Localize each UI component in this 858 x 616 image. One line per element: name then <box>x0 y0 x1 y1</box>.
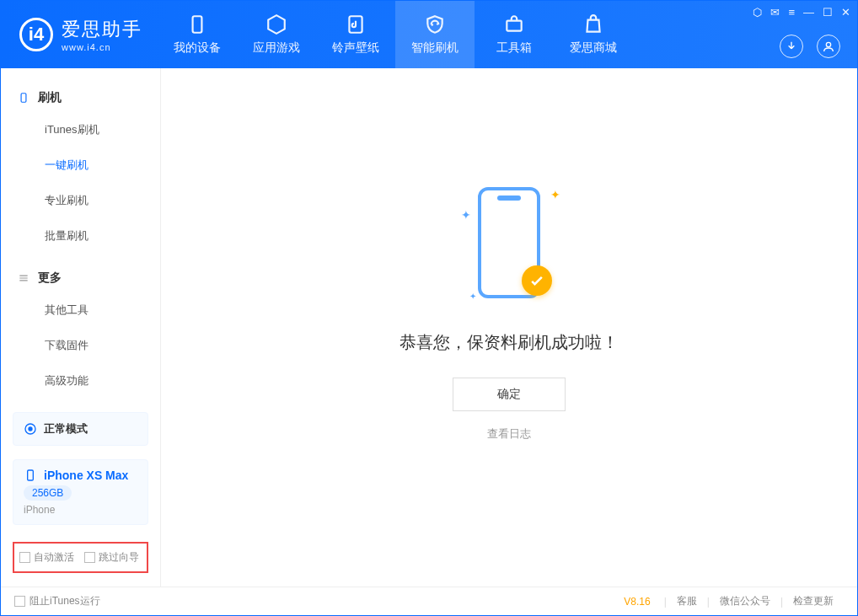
header-actions <box>780 35 840 58</box>
sidebar: 刷机 iTunes刷机 一键刷机 专业刷机 批量刷机 更多 其他工具 下载固件 … <box>1 68 161 587</box>
sidebar-item-other-tools[interactable]: 其他工具 <box>1 292 160 328</box>
svg-point-6 <box>29 427 32 431</box>
version-label: V8.16 <box>624 596 650 608</box>
tab-store[interactable]: 爱思商城 <box>554 1 633 68</box>
refresh-shield-icon <box>424 13 446 35</box>
view-log-link[interactable]: 查看日志 <box>487 426 531 442</box>
checkbox-icon <box>19 552 30 563</box>
device-mode-box[interactable]: 正常模式 <box>13 412 148 446</box>
phone-small-icon <box>24 469 37 482</box>
checkmark-badge-icon <box>522 265 552 296</box>
tab-smart-flash[interactable]: 智能刷机 <box>395 1 475 68</box>
checkbox-icon <box>84 552 95 563</box>
cube-icon <box>265 13 287 35</box>
footer-link-update[interactable]: 检查更新 <box>783 594 844 608</box>
app-url: www.i4.cn <box>62 42 142 52</box>
svg-rect-4 <box>21 94 26 103</box>
sidebar-item-oneclick-flash[interactable]: 一键刷机 <box>1 147 160 183</box>
success-message: 恭喜您，保资料刷机成功啦！ <box>400 331 619 354</box>
svg-rect-2 <box>507 21 521 31</box>
activation-options: 自动激活 跳过向导 <box>13 542 148 573</box>
device-info-box[interactable]: iPhone XS Max 256GB iPhone <box>13 459 148 525</box>
ok-button[interactable]: 确定 <box>453 378 566 411</box>
checkbox-skip-wizard[interactable]: 跳过向导 <box>84 550 139 565</box>
success-illustration: ✦ ✦ ✦ <box>463 179 555 306</box>
footer-link-support[interactable]: 客服 <box>667 594 707 608</box>
phone-icon <box>186 13 208 35</box>
window-controls: ⬡ ✉ ≡ ― ☐ ✕ <box>753 6 850 19</box>
section-label: 刷机 <box>38 90 62 105</box>
logo[interactable]: i4 爱思助手 www.i4.cn <box>1 17 158 52</box>
tab-label: 爱思商城 <box>570 40 617 56</box>
menu-icon[interactable]: ≡ <box>788 6 795 19</box>
tab-label: 我的设备 <box>174 40 221 56</box>
checkbox-icon <box>14 596 25 607</box>
tab-apps-games[interactable]: 应用游戏 <box>237 1 316 68</box>
tab-label: 智能刷机 <box>411 40 458 56</box>
maximize-icon[interactable]: ☐ <box>823 6 833 19</box>
tab-label: 工具箱 <box>496 40 532 56</box>
checkbox-stop-itunes[interactable]: 阻止iTunes运行 <box>14 594 100 608</box>
svg-point-3 <box>826 42 830 46</box>
tab-label: 铃声壁纸 <box>332 40 379 56</box>
music-file-icon <box>345 13 367 35</box>
sidebar-item-download-firmware[interactable]: 下载固件 <box>1 328 160 363</box>
app-name: 爱思助手 <box>62 17 142 42</box>
list-icon <box>18 272 29 284</box>
tab-label: 应用游戏 <box>253 40 300 56</box>
section-label: 更多 <box>38 271 62 286</box>
device-icon <box>18 92 29 104</box>
tab-ringtones-wallpapers[interactable]: 铃声壁纸 <box>316 1 395 68</box>
download-manager-icon[interactable] <box>780 35 803 58</box>
tab-toolbox[interactable]: 工具箱 <box>475 1 554 68</box>
checkbox-label: 自动激活 <box>34 550 74 565</box>
close-icon[interactable]: ✕ <box>841 6 850 19</box>
mode-icon <box>24 422 37 436</box>
app-header: i4 爱思助手 www.i4.cn 我的设备 应用游戏 铃声壁纸 智能刷机 工具… <box>1 1 857 68</box>
mode-label: 正常模式 <box>44 421 88 437</box>
main-content: ✦ ✦ ✦ 恭喜您，保资料刷机成功啦！ 确定 查看日志 <box>161 68 857 587</box>
checkbox-label: 阻止iTunes运行 <box>29 594 100 608</box>
sidebar-section-more: 更多 <box>1 264 160 292</box>
statusbar: 阻止iTunes运行 V8.16 | 客服 | 微信公众号 | 检查更新 <box>1 587 857 615</box>
sidebar-item-advanced[interactable]: 高级功能 <box>1 363 160 399</box>
svg-rect-0 <box>193 16 202 33</box>
checkbox-label: 跳过向导 <box>99 550 139 565</box>
logo-icon: i4 <box>19 18 53 51</box>
tab-my-device[interactable]: 我的设备 <box>158 1 237 68</box>
svg-rect-7 <box>28 470 34 480</box>
bag-icon <box>582 13 604 35</box>
sidebar-item-itunes-flash[interactable]: iTunes刷机 <box>1 112 160 147</box>
device-capacity: 256GB <box>24 485 72 501</box>
nav-tabs: 我的设备 应用游戏 铃声壁纸 智能刷机 工具箱 爱思商城 <box>158 1 633 68</box>
toolbox-icon <box>503 13 525 35</box>
device-name: iPhone XS Max <box>44 469 128 482</box>
account-icon[interactable] <box>817 35 840 58</box>
sidebar-section-flash: 刷机 <box>1 83 160 112</box>
device-sub: iPhone <box>24 504 137 516</box>
checkbox-auto-activate[interactable]: 自动激活 <box>19 550 74 565</box>
minimize-icon[interactable]: ― <box>803 6 814 19</box>
footer-link-wechat[interactable]: 微信公众号 <box>710 594 780 608</box>
skin-icon[interactable]: ⬡ <box>753 6 762 19</box>
sidebar-item-batch-flash[interactable]: 批量刷机 <box>1 218 160 254</box>
sidebar-item-pro-flash[interactable]: 专业刷机 <box>1 183 160 218</box>
feedback-icon[interactable]: ✉ <box>770 6 780 19</box>
